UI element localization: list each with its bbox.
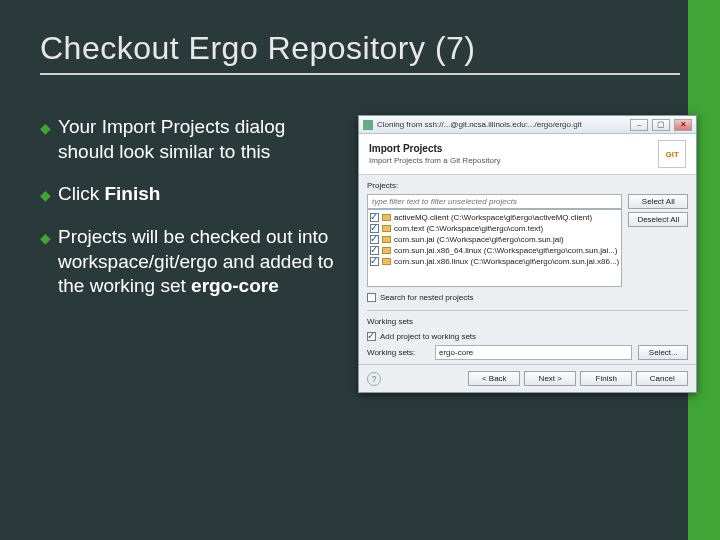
select-working-set-button[interactable]: Select...	[638, 345, 688, 360]
working-sets-field-label: Working sets:	[367, 348, 429, 357]
add-to-working-set-checkbox[interactable]: Add project to working sets	[367, 332, 688, 341]
select-all-button[interactable]: Select All	[628, 194, 688, 209]
checkbox-icon[interactable]	[370, 257, 379, 266]
deselect-all-button[interactable]: Deselect All	[628, 212, 688, 227]
project-label: com.text (C:\Workspace\git\ergo\com.text…	[394, 224, 543, 233]
window-title: Cloning from ssh://...@git.ncsa.illinois…	[377, 120, 626, 129]
dialog-title: Import Projects	[369, 143, 501, 154]
bullet-item: ◆ Click Finish	[40, 182, 340, 207]
project-item[interactable]: activeMQ.client (C:\Workspace\git\ergo\a…	[370, 212, 619, 223]
working-sets-group-label: Working sets	[367, 317, 688, 326]
project-label: com.sun.jai (C:\Workspace\git\ergo\com.s…	[394, 235, 564, 244]
project-label: activeMQ.client (C:\Workspace\git\ergo\a…	[394, 213, 592, 222]
project-item[interactable]: com.sun.jai (C:\Workspace\git\ergo\com.s…	[370, 234, 619, 245]
working-sets-group: Working sets Add project to working sets…	[367, 310, 688, 360]
minimize-button[interactable]: –	[630, 119, 648, 131]
help-icon[interactable]: ?	[367, 372, 381, 386]
folder-icon	[382, 214, 391, 221]
bullet-text-pre: Click	[58, 183, 104, 204]
working-sets-input[interactable]	[435, 345, 632, 360]
folder-icon	[382, 258, 391, 265]
finish-button[interactable]: Finish	[580, 371, 632, 386]
search-nested-checkbox[interactable]: Search for nested projects	[367, 293, 688, 302]
git-icon: GIT	[658, 140, 686, 168]
dialog-subtitle: Import Projects from a Git Repository	[369, 156, 501, 165]
project-label: com.sun.jai.x86_64.linux (C:\Workspace\g…	[394, 246, 618, 255]
checkbox-icon[interactable]	[370, 213, 379, 222]
bullet-list: ◆ Your Import Projects dialog should loo…	[40, 115, 340, 393]
bullet-text: Click Finish	[58, 182, 340, 207]
dialog-body: Projects: activeMQ.client (C:\Workspace\…	[359, 175, 696, 364]
import-projects-dialog: Cloning from ssh://...@git.ncsa.illinois…	[358, 115, 697, 393]
project-item[interactable]: com.text (C:\Workspace\git\ergo\com.text…	[370, 223, 619, 234]
slide-title: Checkout Ergo Repository (7)	[0, 0, 720, 73]
project-item[interactable]: com.sun.jai.x86_64.linux (C:\Workspace\g…	[370, 245, 619, 256]
checkbox-icon[interactable]	[370, 235, 379, 244]
dialog-header: Import Projects Import Projects from a G…	[359, 134, 696, 175]
folder-icon	[382, 247, 391, 254]
slide-content: ◆ Your Import Projects dialog should loo…	[0, 115, 720, 393]
titlebar[interactable]: Cloning from ssh://...@git.ncsa.illinois…	[359, 116, 696, 134]
close-button[interactable]: ✕	[674, 119, 692, 131]
diamond-icon: ◆	[40, 182, 58, 207]
app-icon	[363, 120, 373, 130]
folder-icon	[382, 236, 391, 243]
maximize-button[interactable]: ▢	[652, 119, 670, 131]
bullet-item: ◆ Your Import Projects dialog should loo…	[40, 115, 340, 164]
checkbox-icon[interactable]	[370, 224, 379, 233]
projects-label: Projects:	[367, 181, 688, 190]
bullet-text: Your Import Projects dialog should look …	[58, 115, 340, 164]
project-item[interactable]: com.sun.jai.x86.linux (C:\Workspace\git\…	[370, 256, 619, 267]
bullet-text-bold: Finish	[104, 183, 160, 204]
filter-input[interactable]	[367, 194, 622, 209]
cancel-button[interactable]: Cancel	[636, 371, 688, 386]
dialog-footer: ? < Back Next > Finish Cancel	[359, 364, 696, 392]
bullet-text: Projects will be checked out into worksp…	[58, 225, 340, 299]
checkbox-label: Search for nested projects	[380, 293, 473, 302]
projects-list[interactable]: activeMQ.client (C:\Workspace\git\ergo\a…	[367, 209, 622, 287]
bullet-item: ◆ Projects will be checked out into work…	[40, 225, 340, 299]
next-button[interactable]: Next >	[524, 371, 576, 386]
back-button[interactable]: < Back	[468, 371, 520, 386]
checkbox-icon[interactable]	[370, 246, 379, 255]
title-rule	[40, 73, 680, 75]
checkbox-icon[interactable]	[367, 332, 376, 341]
checkbox-icon[interactable]	[367, 293, 376, 302]
folder-icon	[382, 225, 391, 232]
checkbox-label: Add project to working sets	[380, 332, 476, 341]
diamond-icon: ◆	[40, 115, 58, 164]
bullet-text-pre: Your Import Projects dialog should look …	[58, 116, 285, 162]
project-label: com.sun.jai.x86.linux (C:\Workspace\git\…	[394, 257, 619, 266]
bullet-text-bold: ergo-core	[191, 275, 279, 296]
diamond-icon: ◆	[40, 225, 58, 299]
